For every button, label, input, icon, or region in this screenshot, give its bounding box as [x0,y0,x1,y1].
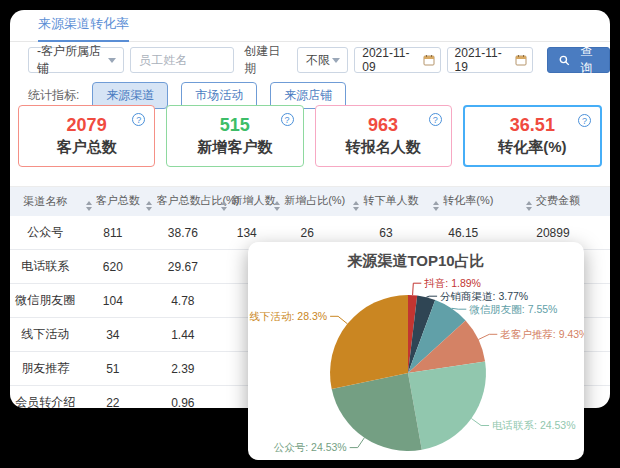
chevron-down-icon [332,58,340,63]
sort-icon[interactable] [353,201,359,211]
search-button-label: 查询 [575,43,598,77]
start-date-value: 2021-11-09 [362,46,422,74]
column-header-2[interactable]: 客户总数 [80,187,145,216]
table-header-row: 渠道名称客户总数客户总数占比(%)新增人数新增占比(%)转下单人数转化率(%)交… [10,187,610,216]
stat-label: 客户总数 [57,138,117,157]
stat-card-total-customers: 2079 客户总数 ? [18,105,155,167]
stat-label: 转报名人数 [346,138,421,157]
sort-icon[interactable] [146,201,152,211]
chart-card: 抖音: 1.89%分销商渠道: 3.77%微信朋友圈: 7.55%老客户推荐: … [248,242,584,460]
column-label: 客户总数 [96,194,140,206]
table-cell: 4.78 [145,284,220,318]
filter-row: -客户所属店铺 创建日期 不限 2021-11-09 2021-11-19 [28,47,610,73]
table-cell: 51 [80,352,145,386]
sort-icon[interactable] [433,201,439,211]
pie-label-line [330,316,347,324]
column-label: 转下单人数 [363,194,418,206]
help-icon[interactable]: ? [132,113,145,126]
column-header-3[interactable]: 客户总数占比(%) [145,187,220,216]
pie-label-line [452,308,467,309]
staff-name-input[interactable] [130,47,234,73]
column-label: 新增占比(%) [284,194,345,206]
pie-label: 老客户推荐: 9.43% [499,328,584,340]
stat-card-conversion-rate: 36.51 转化率(%) ? [463,105,602,167]
pie-label: 微信朋友圈: 7.55% [469,303,557,315]
stat-value: 515 [220,115,250,136]
help-icon[interactable]: ? [429,113,442,126]
stat-card-new-customers: 515 新增客户数 ? [166,105,303,167]
stat-value: 2079 [67,115,107,136]
table-cell: 公众号 [10,216,80,250]
table-cell: 朋友推荐 [10,352,80,386]
pie-label: 电话联系: 24.53% [492,419,575,431]
table-cell: 0.96 [145,386,220,409]
stat-label: 转化率(%) [498,138,566,157]
stat-value: 963 [368,115,398,136]
stat-cards: 2079 客户总数 ? 515 新增客户数 ? 963 转报名人数 ? 36.5… [18,105,602,167]
pie-slice[interactable] [330,295,408,389]
column-header-7[interactable]: 转化率(%) [431,187,496,216]
tab-bar: 来源渠道转化率 [10,10,610,42]
table-cell: 微信朋友圈 [10,284,80,318]
column-header-6[interactable]: 转下单人数 [341,187,431,216]
shop-select[interactable]: -客户所属店铺 [28,47,124,73]
chart-title: 来源渠道TOP10占比 [248,252,584,271]
stat-label: 新增客户数 [197,138,272,157]
pie-label-line [426,296,437,297]
search-button[interactable]: 查询 [547,47,610,73]
column-label: 渠道名称 [23,195,67,207]
table-cell: 线下活动 [10,318,80,352]
sort-icon[interactable] [526,201,532,211]
table-cell: 104 [80,284,145,318]
table-cell: 电话联系 [10,250,80,284]
search-icon [559,55,570,66]
pie-label: 分销商渠道: 3.77% [440,290,528,302]
table-cell: 22 [80,386,145,409]
create-date-label: 创建日期 [244,43,291,77]
pie-label: 抖音: 1.89% [424,277,481,289]
column-label: 转化率(%) [443,194,493,206]
end-date-input[interactable]: 2021-11-19 [447,47,533,73]
column-label: 交费金额 [536,194,580,206]
table-cell: 1.44 [145,318,220,352]
indicator-label: 统计指标: [28,87,79,104]
end-date-value: 2021-11-19 [455,46,515,74]
tab-source-channel-conversion[interactable]: 来源渠道转化率 [38,15,129,42]
table-cell: 2.39 [145,352,220,386]
shop-select-value: -客户所属店铺 [37,43,108,77]
date-range-select[interactable]: 不限 [297,47,348,73]
start-date-input[interactable]: 2021-11-09 [354,47,440,73]
column-header-5[interactable]: 新增占比(%) [273,187,341,216]
sort-icon[interactable] [86,201,92,211]
table-cell: 38.76 [145,216,220,250]
help-icon[interactable]: ? [281,113,294,126]
table-cell: 811 [80,216,145,250]
table-cell: 620 [80,250,145,284]
pie-label-line [471,419,489,426]
pie-slice[interactable] [408,362,486,450]
sort-icon[interactable] [274,201,280,211]
calendar-icon [423,54,435,66]
pie-label: 线下活动: 28.3% [249,310,327,322]
stat-card-converted-signups: 963 转报名人数 ? [315,105,452,167]
pie-chart: 抖音: 1.89%分销商渠道: 3.77%微信朋友圈: 7.55%老客户推荐: … [248,242,584,460]
chevron-down-icon [108,58,116,63]
column-header-8[interactable]: 交费金额 [496,187,610,216]
pie-label-line [413,283,422,295]
date-range-value: 不限 [306,52,330,69]
calendar-icon [515,54,527,66]
stat-value: 36.51 [510,115,555,136]
column-header-1[interactable]: 渠道名称 [10,187,80,216]
table-cell: 29.67 [145,250,220,284]
pie-label-line [478,334,497,339]
sort-icon[interactable] [221,201,227,211]
column-label: 新增人数 [231,194,275,206]
pie-label-line [350,438,365,448]
help-icon[interactable]: ? [578,114,591,127]
column-header-4[interactable]: 新增人数 [220,187,273,216]
table-cell: 34 [80,318,145,352]
table-cell: 会员转介绍 [10,386,80,409]
pie-label: 公众号: 24.53% [274,441,347,453]
